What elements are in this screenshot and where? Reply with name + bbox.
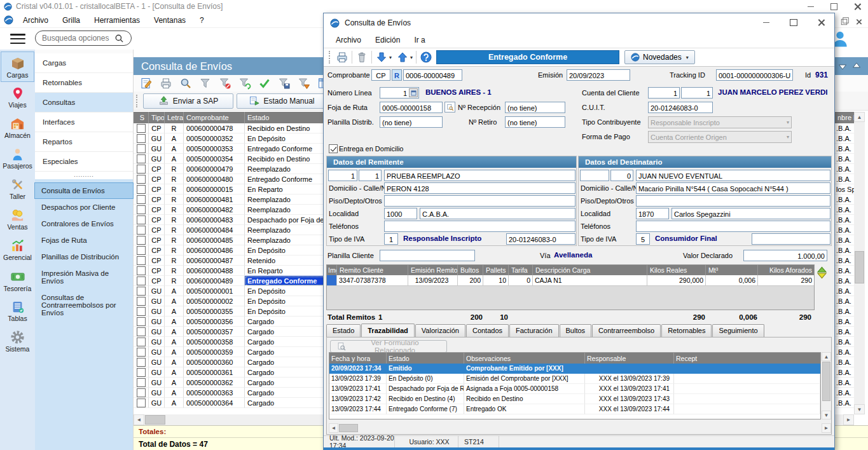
col-header-letra[interactable]: Letra: [165, 112, 184, 123]
ver-formulario-button[interactable]: Ver Formulario Relacionado: [330, 340, 447, 353]
col-header-remito[interactable]: Remito Cliente: [337, 265, 408, 275]
row-checkbox[interactable]: [137, 175, 146, 184]
help-icon[interactable]: [420, 51, 432, 64]
tab[interactable]: Contados: [466, 324, 509, 337]
row-checkbox[interactable]: [137, 358, 146, 367]
enviar-sap-button[interactable]: Enviar a SAP: [143, 93, 233, 109]
tracking-field[interactable]: 0001-000000000306-U: [716, 69, 793, 81]
row-checkbox[interactable]: [137, 399, 146, 407]
sort-arrows-icon[interactable]: [817, 266, 827, 279]
scrollbar-thumb[interactable]: [339, 424, 358, 432]
dialog-menu-item[interactable]: Archivo: [329, 33, 368, 47]
remitente-cod1-field[interactable]: 1: [328, 170, 357, 181]
side-menu-item[interactable]: Planillas de Distribución: [35, 249, 133, 264]
side-menu-item[interactable]: Fojas de Ruta: [35, 233, 133, 248]
row-checkbox[interactable]: [137, 327, 146, 336]
trazabilidad-row[interactable]: 13/09/2023 17:39 En Depósito (0) Emisión…: [329, 374, 820, 384]
scrollbar-thumb[interactable]: [822, 362, 830, 401]
rail-item-almacen[interactable]: Almacén: [1, 113, 34, 142]
row-checkbox[interactable]: [137, 154, 146, 163]
col-header-nombre-localidad[interactable]: nbre Lo: [835, 112, 854, 123]
row-checkbox[interactable]: [137, 195, 146, 204]
comprobante-letra-field[interactable]: R: [392, 69, 402, 81]
planilla-distrib-field[interactable]: (no tiene): [380, 116, 443, 128]
rail-item-cargas[interactable]: Cargas: [1, 52, 34, 81]
row-checkbox[interactable]: [137, 266, 146, 275]
delete-icon[interactable]: [355, 51, 368, 64]
filter-refresh-icon[interactable]: [238, 77, 251, 90]
side-menu-group[interactable]: Especiales: [35, 152, 133, 172]
col-header-receptor[interactable]: Recept: [674, 353, 820, 364]
row-checkbox[interactable]: [137, 236, 146, 245]
comprobante-tipo-field[interactable]: CP: [371, 69, 390, 81]
filter-clear-icon[interactable]: [219, 77, 231, 90]
comprobante-numero-field[interactable]: 0006-00000489: [403, 69, 462, 81]
row-checkbox[interactable]: [137, 144, 146, 153]
scroll-down-icon[interactable]: [838, 62, 847, 70]
remitente-domicilio-field[interactable]: PERON 4128: [384, 182, 575, 194]
remitente-telefonos-field[interactable]: [384, 221, 575, 232]
forma-pago-select[interactable]: Cuenta Corriente Origen▾: [648, 131, 792, 143]
search-input[interactable]: [41, 33, 114, 43]
side-menu-item[interactable]: Despachos por Cliente: [35, 200, 133, 215]
row-checkbox[interactable]: [137, 348, 146, 357]
scrollbar-thumb[interactable]: [145, 415, 165, 425]
emision-field[interactable]: 20/09/2023: [567, 69, 630, 81]
close-icon[interactable]: [854, 3, 862, 10]
row-checkbox[interactable]: [137, 297, 146, 306]
destinatario-localidad-field[interactable]: Carlos Spegazzini: [672, 208, 830, 219]
menu-item[interactable]: ?: [193, 13, 211, 27]
col-header-tipo[interactable]: Tipo: [149, 112, 165, 123]
tab[interactable]: Contrarreembolso: [592, 324, 661, 337]
menu-item[interactable]: Ventanas: [147, 13, 193, 27]
destinatario-cuit-field[interactable]: [752, 233, 830, 245]
row-checkbox[interactable]: [137, 317, 146, 326]
cuenta-sucursal-field[interactable]: 1: [648, 87, 680, 99]
mdi-close-icon[interactable]: [856, 18, 862, 25]
side-menu-item[interactable]: Contralores de Envíos: [35, 216, 133, 231]
col-header-s[interactable]: S: [134, 112, 149, 123]
scrollbar-down-icon[interactable]: ▼: [822, 411, 831, 419]
search-grid-icon[interactable]: [179, 77, 192, 90]
dialog-menu-item[interactable]: Edición: [368, 33, 407, 47]
destinatario-cod1-field[interactable]: [580, 170, 609, 181]
remitente-piso-field[interactable]: [384, 195, 575, 207]
side-menu-group[interactable]: Consultas: [35, 93, 133, 112]
col-header-observaciones[interactable]: Observaciones: [464, 353, 585, 364]
rail-item-taller[interactable]: Taller: [1, 174, 34, 203]
menu-item[interactable]: Grilla: [55, 13, 87, 27]
tab[interactable]: Bultos: [560, 324, 592, 337]
mdi-restore-icon[interactable]: [841, 18, 847, 24]
col-header-bultos[interactable]: Bultos: [458, 265, 483, 275]
rail-item-ventas[interactable]: Ventas: [1, 205, 34, 234]
rail-item-pasajeros[interactable]: Pasajeros: [1, 144, 34, 173]
destinatario-cod2-field[interactable]: 0: [610, 170, 633, 181]
search-icon[interactable]: [114, 34, 124, 43]
check-icon[interactable]: [258, 77, 271, 90]
remitente-cuit-field[interactable]: 20-01246083-0: [506, 233, 575, 245]
col-header-mt3[interactable]: Mt³: [706, 265, 758, 275]
trazabilidad-vscrollbar[interactable]: ▲ ▼: [822, 352, 831, 419]
toolbar-grip[interactable]: [136, 95, 139, 107]
remito-row[interactable]: 3347-07387378 13/09/2023 200 10 0 CAJA N…: [327, 275, 814, 286]
col-header-fecha[interactable]: Fecha y hora: [329, 353, 387, 364]
side-menu-item[interactable]: Consulta de Envíos: [35, 183, 133, 198]
destinatario-domicilio-field[interactable]: Macario Pinilla N°544 ( Casa Sopocachi N…: [636, 182, 830, 194]
dialog-close-icon[interactable]: [818, 18, 825, 26]
planilla-cliente-field[interactable]: [380, 250, 475, 261]
foja-field[interactable]: 0005-00000158: [380, 102, 443, 113]
cuit-field[interactable]: 20-01246083-0: [648, 102, 713, 113]
row-checkbox[interactable]: [137, 124, 146, 133]
tab[interactable]: Seguimiento: [712, 324, 764, 337]
side-menu-group[interactable]: Repartos: [35, 132, 133, 152]
row-checkbox[interactable]: [137, 388, 146, 397]
side-menu-group[interactable]: Cargas: [35, 53, 133, 73]
side-menu-item[interactable]: Impresión Masiva de Envíos: [35, 266, 133, 289]
trazabilidad-hscrollbar[interactable]: ◄ ►: [329, 423, 831, 433]
print-icon[interactable]: [160, 77, 172, 90]
row-checkbox[interactable]: [137, 368, 146, 377]
trazabilidad-row[interactable]: 13/09/2023 17:44 Entregado Conforme (7) …: [329, 404, 820, 414]
navigate-down-caret-icon[interactable]: ▾: [389, 55, 392, 60]
foja-search-icon[interactable]: [444, 102, 455, 112]
dialog-menu-item[interactable]: Ir a: [407, 33, 432, 47]
